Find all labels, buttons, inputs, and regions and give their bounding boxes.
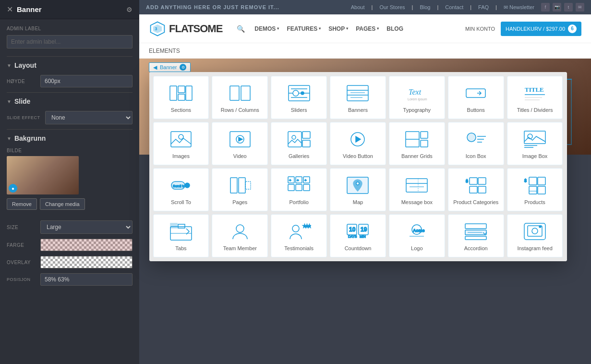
settings-button[interactable]: ⚙ xyxy=(126,6,133,13)
images-label: Images xyxy=(172,153,190,159)
overlay-swatch[interactable] xyxy=(40,256,133,268)
grid-item-rows-columns[interactable]: Rows / Columns xyxy=(212,76,268,119)
grid-item-typography[interactable]: Text Lorem ipsum Typography xyxy=(389,76,445,119)
email-icon[interactable]: ✉ xyxy=(576,3,584,12)
image-btn-group: Remove Change media xyxy=(7,198,85,210)
instagram-icon[interactable]: 📷 xyxy=(553,3,561,12)
grid-item-sections[interactable]: Sections xyxy=(153,76,209,119)
grid-item-pages[interactable]: Pages xyxy=(212,168,268,211)
grid-item-team-member[interactable]: Team Member xyxy=(212,214,268,257)
svg-rect-41 xyxy=(421,140,428,147)
image-preview-inner xyxy=(7,156,79,194)
divider-3 xyxy=(7,129,133,130)
background-section-title: Bakgrunn xyxy=(14,134,46,142)
slide-effect-select[interactable]: None xyxy=(45,111,133,124)
grid-item-instagram-feed[interactable]: Instagram feed xyxy=(507,214,563,257)
grid-item-accordion[interactable]: Accordion xyxy=(448,214,504,257)
svg-text:+: + xyxy=(297,178,299,182)
svg-text:MIN: MIN xyxy=(360,235,366,238)
remove-image-button[interactable]: Remove xyxy=(7,198,37,210)
svg-rect-5 xyxy=(186,86,192,100)
grid-item-video-button[interactable]: Video Button xyxy=(330,122,386,165)
grid-item-titles-dividers[interactable]: TITLE Titles / Dividers xyxy=(507,76,563,119)
portfolio-label: Portfolio xyxy=(289,199,308,206)
buttons-label: Buttons xyxy=(467,107,485,113)
map-label: Map xyxy=(353,199,363,206)
grid-item-product-categories[interactable]: $ Product Categories xyxy=(448,168,504,211)
image-box-icon xyxy=(523,130,547,149)
testimonials-label: Testimonials xyxy=(284,245,314,252)
scroll-to-label: Scroll To xyxy=(171,199,191,206)
grid-item-sliders[interactable]: Sliders xyxy=(271,76,327,119)
facebook-icon[interactable]: f xyxy=(541,3,550,12)
svg-rect-23 xyxy=(466,89,485,97)
topbar-newsletter[interactable]: ✉ Newsletter xyxy=(504,4,534,11)
sidebar-content: ADMIN LABEL ▼ Layout HØYDE ▼ Slide SLIDE… xyxy=(0,19,139,364)
grid-item-scroll-to[interactable]: Scroll to Scroll To xyxy=(153,168,209,211)
instagram-feed-label: Instagram feed xyxy=(517,245,552,252)
product-categories-icon: $ xyxy=(464,176,488,195)
admin-label-input[interactable] xyxy=(7,35,133,49)
grid-item-banner-grids[interactable]: Banner Grids xyxy=(389,122,445,165)
topbar-contact[interactable]: Contact xyxy=(445,4,463,10)
close-button[interactable]: ✕ xyxy=(7,5,13,14)
svg-rect-83 xyxy=(538,186,545,194)
svg-rect-77 xyxy=(470,186,477,193)
instagram-feed-icon xyxy=(523,222,547,241)
titles-dividers-label: Titles / Dividers xyxy=(517,107,553,113)
svg-rect-86 xyxy=(170,223,177,228)
height-input[interactable] xyxy=(40,75,133,87)
galleries-icon xyxy=(287,130,311,149)
svg-rect-4 xyxy=(178,86,185,93)
grid-item-banners[interactable]: Banners xyxy=(330,76,386,119)
grid-item-logo[interactable]: Acme Logo xyxy=(389,214,445,257)
change-media-button[interactable]: Change media xyxy=(40,198,85,210)
sliders-label: Sliders xyxy=(291,107,307,113)
grid-item-products[interactable]: $ Products xyxy=(507,168,563,211)
size-select[interactable]: Large xyxy=(40,220,133,234)
svg-rect-76 xyxy=(478,178,486,184)
video-button-label: Video Button xyxy=(343,153,373,159)
grid-item-testimonials[interactable]: ★ ★ ★ Testimonials xyxy=(271,214,327,257)
video-icon xyxy=(228,130,252,149)
map-icon xyxy=(346,176,370,195)
svg-text:10: 10 xyxy=(349,226,356,233)
countdown-icon: 10 19 DAYS MIN xyxy=(346,222,370,241)
grid-item-countdown[interactable]: 10 19 DAYS MIN Countdown xyxy=(330,214,386,257)
grid-item-icon-box[interactable]: Icon Box xyxy=(448,122,504,165)
svg-rect-103 xyxy=(465,224,486,229)
grid-item-tabs[interactable]: Tabs xyxy=(153,214,209,257)
svg-point-69 xyxy=(356,182,359,185)
divider-1 xyxy=(7,56,133,57)
twitter-icon[interactable]: t xyxy=(564,3,573,12)
grid-item-galleries[interactable]: Galleries xyxy=(271,122,327,165)
layout-collapse-arrow[interactable]: ▼ xyxy=(7,63,12,68)
size-field-row: SIZE Large xyxy=(7,220,133,234)
topbar-about[interactable]: About xyxy=(351,4,365,10)
grid-item-map[interactable]: Map xyxy=(330,168,386,211)
icon-box-icon xyxy=(464,130,488,149)
grid-item-video[interactable]: Video xyxy=(212,122,268,165)
topbar-our-stores[interactable]: Our Stores xyxy=(379,4,405,10)
image-field-row: BILDE ● Remove Change media xyxy=(7,148,133,216)
grid-item-images[interactable]: Images xyxy=(153,122,209,165)
svg-rect-78 xyxy=(478,186,486,193)
svg-rect-34 xyxy=(302,132,310,138)
background-collapse-arrow[interactable]: ▼ xyxy=(7,136,12,141)
slide-collapse-arrow[interactable]: ▼ xyxy=(7,99,12,104)
topbar-blog[interactable]: Blog xyxy=(420,4,430,10)
grid-item-message-box[interactable]: Message box xyxy=(389,168,445,211)
grid-item-image-box[interactable]: Image Box xyxy=(507,122,563,165)
position-input[interactable] xyxy=(40,273,133,286)
svg-text:Lorem ipsum: Lorem ipsum xyxy=(408,97,427,101)
color-swatch[interactable] xyxy=(40,239,133,251)
position-label: POSISJON xyxy=(7,277,40,282)
topbar-faq[interactable]: FAQ xyxy=(478,4,489,10)
grid-item-buttons[interactable]: Buttons xyxy=(448,76,504,119)
sections-icon xyxy=(169,84,193,103)
banners-label: Banners xyxy=(348,107,368,113)
svg-text:+: + xyxy=(289,178,291,182)
slide-effect-label: SLIDE EFFECT xyxy=(7,115,45,120)
grid-item-portfolio[interactable]: + + + Portfolio xyxy=(271,168,327,211)
svg-text:$: $ xyxy=(466,179,468,183)
